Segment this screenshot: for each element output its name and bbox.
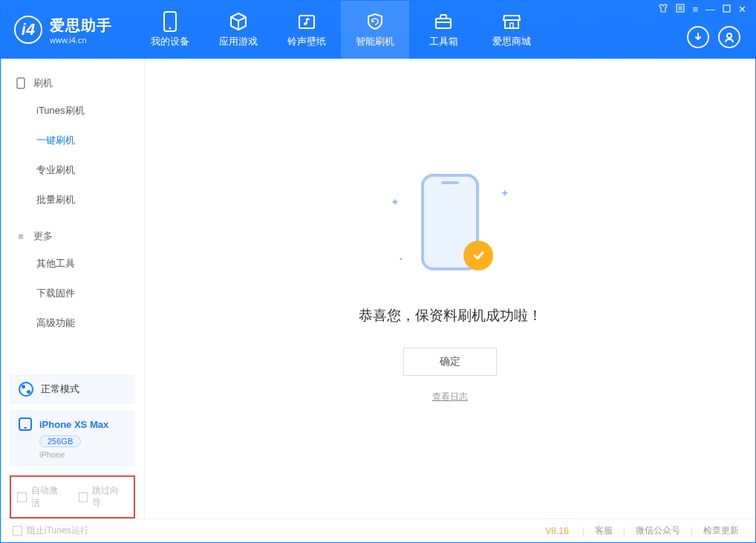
sidebar-group-flash: 刷机 bbox=[1, 71, 144, 96]
svg-point-3 bbox=[304, 22, 307, 25]
mode-card[interactable]: 正常模式 bbox=[10, 374, 135, 404]
sidebar-item-pro-flash[interactable]: 专业刷机 bbox=[1, 155, 144, 185]
close-button[interactable]: ✕ bbox=[738, 4, 746, 15]
app-name: 爱思助手 bbox=[50, 16, 112, 36]
list-icon[interactable] bbox=[676, 4, 685, 15]
toolbox-icon bbox=[433, 11, 454, 32]
checkbox-skip-guide[interactable]: 跳过向导 bbox=[79, 484, 128, 510]
sidebar-item-download-firmware[interactable]: 下载固件 bbox=[1, 279, 144, 308]
app-url: www.i4.cn bbox=[50, 36, 112, 45]
checkbox-auto-activate[interactable]: 自动激活 bbox=[17, 484, 67, 510]
success-check-icon bbox=[463, 241, 493, 270]
footer-link-wechat[interactable]: 微信公众号 bbox=[631, 524, 685, 537]
mode-label: 正常模式 bbox=[41, 383, 79, 396]
svg-rect-6 bbox=[510, 23, 513, 28]
device-capacity: 256GB bbox=[39, 435, 81, 447]
cube-icon bbox=[228, 11, 249, 32]
sparkle-icon: ✦ bbox=[391, 196, 400, 208]
svg-point-1 bbox=[169, 27, 172, 30]
device-type: iPhone bbox=[39, 450, 126, 459]
device-icon bbox=[160, 11, 180, 32]
svg-rect-4 bbox=[436, 19, 451, 28]
tab-toolbox[interactable]: 工具箱 bbox=[409, 1, 478, 59]
phone-small-icon bbox=[16, 78, 26, 88]
window-controls: ≡ — ✕ bbox=[658, 4, 746, 15]
tab-my-device[interactable]: 我的设备 bbox=[136, 1, 204, 59]
shirt-icon[interactable] bbox=[658, 4, 668, 15]
download-button[interactable] bbox=[687, 26, 709, 48]
footer-link-update[interactable]: 检查更新 bbox=[699, 524, 743, 537]
options-highlight-box: 自动激活 跳过向导 bbox=[10, 475, 135, 518]
mode-icon bbox=[19, 382, 33, 397]
version-label: V8.16 bbox=[545, 526, 568, 536]
maximize-button[interactable] bbox=[723, 4, 731, 15]
sidebar-item-oneclick-flash[interactable]: 一键刷机 bbox=[1, 126, 144, 155]
checkbox-block-itunes[interactable]: 阻止iTunes运行 bbox=[13, 524, 89, 537]
sidebar-item-batch-flash[interactable]: 批量刷机 bbox=[1, 185, 144, 215]
tab-ringtones[interactable]: 铃声壁纸 bbox=[273, 1, 341, 59]
tab-apps[interactable]: 应用游戏 bbox=[204, 1, 273, 59]
header: i4 爱思助手 www.i4.cn 我的设备 应用游戏 bbox=[1, 1, 755, 59]
sidebar-item-advanced[interactable]: 高级功能 bbox=[1, 308, 144, 338]
main-content: ✦ ✦ • 恭喜您，保资料刷机成功啦！ 确定 查看日志 bbox=[145, 59, 755, 518]
app-window: i4 爱思助手 www.i4.cn 我的设备 应用游戏 bbox=[0, 0, 756, 543]
body: 刷机 iTunes刷机 一键刷机 专业刷机 批量刷机 ≡ 更多 其他工具 下载固… bbox=[1, 59, 755, 518]
sparkle-icon: • bbox=[400, 255, 403, 263]
checkbox-icon bbox=[17, 492, 27, 502]
footer: 阻止iTunes运行 V8.16 | 客服 | 微信公众号 | 检查更新 bbox=[1, 518, 755, 542]
tab-store[interactable]: 爱思商城 bbox=[478, 1, 546, 59]
sidebar: 刷机 iTunes刷机 一键刷机 专业刷机 批量刷机 ≡ 更多 其他工具 下载固… bbox=[1, 59, 145, 518]
menu-icon[interactable]: ≡ bbox=[692, 4, 698, 15]
success-illustration: ✦ ✦ • bbox=[383, 174, 517, 285]
logo-icon: i4 bbox=[14, 16, 42, 44]
logo: i4 爱思助手 www.i4.cn bbox=[1, 1, 126, 59]
main-tabs: 我的设备 应用游戏 铃声壁纸 智能刷机 bbox=[136, 1, 546, 59]
success-message: 恭喜您，保资料刷机成功啦！ bbox=[359, 306, 542, 325]
ok-button[interactable]: 确定 bbox=[403, 348, 497, 376]
svg-rect-13 bbox=[17, 78, 25, 88]
device-name: iPhone XS Max bbox=[39, 419, 108, 430]
device-icon bbox=[19, 417, 32, 431]
music-folder-icon bbox=[296, 11, 317, 32]
sidebar-item-other-tools[interactable]: 其他工具 bbox=[1, 249, 144, 279]
tab-flash[interactable]: 智能刷机 bbox=[341, 1, 409, 59]
checkbox-icon bbox=[79, 492, 88, 502]
svg-rect-11 bbox=[723, 5, 730, 12]
user-button[interactable] bbox=[718, 26, 740, 48]
refresh-shield-icon bbox=[365, 11, 385, 32]
hamburger-icon: ≡ bbox=[16, 231, 26, 241]
store-icon bbox=[501, 11, 522, 32]
view-log-link[interactable]: 查看日志 bbox=[432, 391, 468, 403]
sidebar-group-more: ≡ 更多 bbox=[1, 224, 144, 249]
sidebar-item-itunes-flash[interactable]: iTunes刷机 bbox=[1, 96, 144, 126]
svg-point-12 bbox=[727, 33, 731, 38]
sparkle-icon: ✦ bbox=[501, 187, 509, 199]
device-card[interactable]: iPhone XS Max 256GB iPhone bbox=[10, 410, 135, 466]
checkbox-icon bbox=[13, 526, 22, 536]
footer-link-service[interactable]: 客服 bbox=[590, 524, 617, 537]
minimize-button[interactable]: — bbox=[706, 4, 715, 15]
